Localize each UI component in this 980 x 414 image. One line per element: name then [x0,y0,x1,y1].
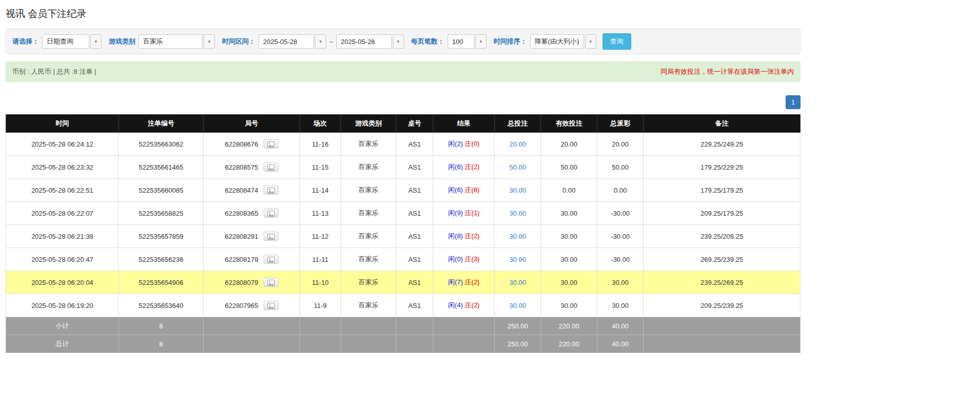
total-bet-link[interactable]: 30.00 [509,187,526,194]
result-player: 闲(6) [448,163,463,171]
grand-total-empty [644,335,801,353]
date-from-value[interactable]: 2025-05-28 [258,34,314,49]
image-icon [267,234,275,240]
cell-bet-id: 522535656236 [119,248,204,271]
table-row[interactable]: 2025-05-28 06:23:32 522535661465 6228085… [6,156,801,179]
table-row[interactable]: 2025-05-28 06:24:12 522535663062 6228086… [6,133,801,156]
total-bet-link[interactable]: 30.00 [509,279,526,286]
table-row[interactable]: 2025-05-28 06:21:39 522535657859 6228082… [6,225,801,248]
cell-bet-id: 522535660085 [119,179,204,202]
sort-value[interactable]: 降冪(由大到小) [530,34,584,49]
result-player: 闲(4) [448,301,463,309]
subtotal-empty [644,317,801,335]
header-bet-id: 注单编号 [119,115,204,133]
table-row[interactable]: 2025-05-28 06:22:07 522535658825 6228083… [6,202,801,225]
table-row[interactable]: 2025-05-28 06:19:20 522535653640 6228079… [6,294,801,317]
cell-valid-bet: 30.00 [541,202,597,225]
subtotal-empty [341,317,396,335]
round-image-button[interactable] [264,301,278,310]
subtotal-empty [433,317,495,335]
cell-game-type: 百家乐 [341,271,396,294]
total-bet-link[interactable]: 30.00 [509,302,526,309]
round-image-button[interactable] [264,232,278,241]
cell-total-bet: 30.00 [495,271,541,294]
cell-game-type: 百家乐 [341,156,396,179]
cell-valid-bet: 0.00 [541,179,597,202]
cell-result: 闲(6) 庄(6) [433,179,495,202]
cell-total-bet: 20.00 [495,133,541,156]
cell-payout: 30.00 [597,271,644,294]
grand-total-empty [300,335,341,353]
cell-table-no: AS1 [396,271,433,294]
round-number: 622808179 [225,256,258,263]
total-bet-link[interactable]: 30.00 [509,210,526,217]
cell-result: 闲(6) 庄(2) [433,156,495,179]
cell-payout: 20.00 [597,133,644,156]
total-bet-link[interactable]: 50.00 [509,163,526,171]
cell-payout: 50.00 [597,156,644,179]
cell-payout: -30.00 [597,202,644,225]
sort-select[interactable]: 降冪(由大到小) ▾ [530,34,596,49]
cell-result: 闲(0) 庄(3) [433,248,495,271]
chevron-down-icon[interactable]: ▾ [585,34,596,49]
date-type-value[interactable]: 日期查询 [42,34,89,49]
cell-total-bet: 30.00 [495,248,541,271]
date-to-value[interactable]: 2025-05-28 [336,34,392,49]
table-row[interactable]: 2025-05-28 06:22:51 522535660085 6228084… [6,179,801,202]
cell-note: 209.25/239.25 [644,294,801,317]
round-image-button[interactable] [264,162,278,172]
subtotal-empty [396,317,433,335]
cell-valid-bet: 30.00 [541,225,597,248]
image-icon [267,164,275,171]
cell-table-no: AS1 [396,133,433,156]
total-bet-link[interactable]: 30.00 [509,233,526,240]
date-type-select[interactable]: 日期查询 ▾ [42,34,102,49]
image-icon [267,257,275,263]
page-button-1[interactable]: 1 [786,95,801,109]
cell-game-type: 百家乐 [341,202,396,225]
table-row[interactable]: 2025-05-28 06:20:47 522535656236 6228081… [6,248,801,271]
page-size-value[interactable]: 100 [448,34,474,49]
chevron-down-icon[interactable]: ▾ [475,34,487,49]
chevron-down-icon[interactable]: ▾ [315,34,326,49]
round-image-button[interactable] [264,278,278,287]
date-to-picker[interactable]: 2025-05-28 ▾ [336,34,404,49]
game-type-select[interactable]: 百家乐 ▾ [138,34,215,49]
cell-round: 622807965 [204,294,300,317]
chevron-down-icon[interactable]: ▾ [90,34,102,49]
result-banker: 庄(6) [465,186,479,194]
table-row[interactable]: 2025-05-28 06:20:04 522535654906 6228080… [6,271,801,294]
grand-total-label: 总计 [6,335,119,353]
subtotal-total-bet: 250.00 [495,317,541,335]
round-image-button[interactable] [264,255,278,264]
total-bet-link[interactable]: 30.00 [509,256,526,263]
total-bet-link[interactable]: 20.00 [509,140,526,148]
cell-session: 11-14 [300,179,341,202]
grand-total-count: 8 [119,335,204,353]
cell-note: 239.25/209.25 [644,225,801,248]
cell-note: 269.25/239.25 [644,248,801,271]
cell-valid-bet: 30.00 [541,248,597,271]
grand-total-empty [396,335,433,353]
header-valid-bet: 有效投注 [541,115,597,133]
search-button[interactable]: 查询 [603,33,631,50]
page-size-select[interactable]: 100 ▾ [448,34,487,49]
header-table-no: 桌号 [396,115,433,133]
chevron-down-icon[interactable]: ▾ [393,34,404,49]
round-image-button[interactable] [264,139,278,149]
cell-round: 622808291 [204,225,300,248]
cell-time: 2025-05-28 06:24:12 [6,133,119,156]
game-type-value[interactable]: 百家乐 [138,34,203,49]
cell-bet-id: 522535658825 [119,202,204,225]
cell-result: 闲(2) 庄(0) [433,133,495,156]
chevron-down-icon[interactable]: ▾ [204,34,215,49]
round-number: 622808291 [225,233,258,240]
time-range-label: 时间区间： [222,37,255,46]
cell-note: 179.25/179.25 [644,179,801,202]
page-size-label: 每页笔数： [411,37,445,46]
round-image-button[interactable] [264,185,278,195]
cell-valid-bet: 30.00 [541,294,597,317]
round-image-button[interactable] [264,209,278,218]
date-from-picker[interactable]: 2025-05-28 ▾ [258,34,326,49]
table-footer: 小计 8 250.00 220.00 40.00 总计 8 2 [6,317,801,353]
